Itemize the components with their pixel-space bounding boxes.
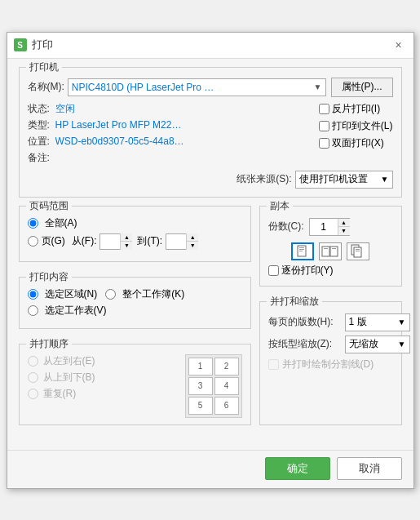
reverse-print-label: 反片打印(I) [332,102,380,116]
to-spinbox: ▲ ▼ [166,233,197,250]
paper-source-select[interactable]: 使用打印机设置 ▼ [295,171,393,189]
close-button[interactable]: × [391,37,407,53]
page-range-section: 页码范围 全部(A) 页(G) 从(F): ▲ ▼ [19,206,251,262]
merge-scale-title: 并打和缩放 [267,295,322,309]
all-pages-label: 全部(A) [45,216,77,230]
duplex-row: 双面打印(X) [319,136,393,150]
page-range-title: 页码范围 [26,199,72,213]
collate-label: 逐份打印(Y) [281,264,334,278]
sheet-radio[interactable] [28,305,38,316]
to-spin-up[interactable]: ▲ [187,233,198,242]
copies-spin-down[interactable]: ▼ [338,227,350,235]
page-radio[interactable] [28,236,38,247]
status-value: 空闲 [55,102,75,116]
selection-radio[interactable] [28,289,38,300]
top-to-bottom-label: 从上到下(B) [43,371,95,384]
status-label: 状态: [28,102,52,116]
left-to-right-row: 从左到右(E) [28,354,179,368]
lower-section: 页码范围 全部(A) 页(G) 从(F): ▲ ▼ [19,206,402,433]
duplex-checkbox[interactable] [319,138,329,149]
pages-per-sheet-label: 每页的版数(H): [268,315,342,329]
status-row: 状态: 空闲 [28,102,311,116]
copies-spinbox: ▲ ▼ [309,218,350,236]
to-spin-down[interactable]: ▼ [187,242,198,250]
collate-checkbox[interactable] [268,265,279,276]
svg-rect-10 [356,249,360,250]
printer-section: 打印机 名称(M): NPIC4810D (HP LaserJet Pro MF… [19,67,402,198]
draw-borders-label: 并打时绘制分割线(D) [282,358,374,371]
paper-source-label: 纸张来源(S): [237,172,291,186]
print-to-file-checkbox[interactable] [319,121,329,131]
scale-to-paper-select[interactable]: 无缩放 ▼ [345,336,410,353]
pages-per-sheet-arrow-icon: ▼ [398,318,406,327]
app-icon: S [14,38,27,51]
cancel-button[interactable]: 取消 [337,457,402,480]
svg-rect-1 [299,247,304,248]
merge-order-title: 并打顺序 [26,337,72,351]
scale-to-paper-arrow-icon: ▼ [398,340,406,349]
scale-to-paper-label: 按纸型缩放(Z): [268,337,342,351]
svg-rect-4 [322,247,329,256]
location-label: 位置: [28,135,52,149]
from-spin-up[interactable]: ▲ [121,233,132,242]
pages-per-sheet-row: 每页的版数(H): 1 版 ▼ [268,313,393,331]
svg-rect-9 [354,247,361,257]
svg-rect-5 [330,247,338,256]
from-label: 从(F): [72,234,97,248]
dialog-title: 打印 [32,38,53,52]
collation-icon-2[interactable] [319,242,342,260]
collation-icons-row [268,242,393,260]
svg-rect-2 [299,249,304,250]
location-row: 位置: WSD-eb0d9307-05c5-44a8-9b8c-1 [28,135,311,149]
top-to-bottom-radio[interactable] [28,372,38,383]
from-spin-down[interactable]: ▼ [121,242,132,250]
ok-button[interactable]: 确定 [265,457,330,480]
selection-row: 选定区域(N) [28,287,98,301]
printer-name-select[interactable]: NPIC4810D (HP LaserJet Pro MFI ▼ [68,78,326,96]
printer-section-title: 打印机 [26,60,62,74]
grid-cell-4: 4 [214,377,239,395]
svg-rect-3 [299,251,303,251]
pages-per-sheet-select[interactable]: 1 版 ▼ [345,313,410,331]
print-to-file-row: 打印到文件(L) [319,119,393,133]
type-value: HP LaserJet Pro MFP M225-M226 P [55,119,186,131]
collation-icon-1[interactable] [291,242,314,260]
grid-cell-1: 1 [188,358,213,376]
print-to-file-label: 打印到文件(L) [332,119,393,133]
remarks-row: 备注: [28,151,311,165]
right-column: 副本 份数(C): ▲ ▼ [259,206,402,433]
dialog-body: 打印机 名称(M): NPIC4810D (HP LaserJet Pro MF… [7,59,413,450]
printer-name-label: 名称(M): [28,80,64,94]
to-label: 到(T): [137,234,162,248]
to-input[interactable] [166,234,186,249]
copies-input[interactable] [310,219,338,235]
paper-source-row: 纸张来源(S): 使用打印机设置 ▼ [28,171,393,189]
copies-label: 份数(C): [268,220,304,233]
repeat-radio[interactable] [28,389,38,399]
grid-cell-5: 5 [188,397,213,415]
grid-cell-3: 3 [188,377,213,395]
merge-order-grid: 1 2 3 4 5 6 [185,354,242,418]
from-input[interactable] [100,234,120,249]
page-label: 页(G) [42,234,65,248]
copies-section: 副本 份数(C): ▲ ▼ [259,206,402,287]
pages-per-sheet-value: 1 版 [349,315,367,329]
reverse-print-checkbox[interactable] [319,104,329,114]
left-to-right-radio[interactable] [28,356,38,367]
copies-spin-up[interactable]: ▲ [338,219,350,227]
page-range-row: 页(G) 从(F): ▲ ▼ 到(T): [28,233,242,250]
all-pages-radio[interactable] [28,218,38,229]
location-value: WSD-eb0d9307-05c5-44a8-9b8c-1 [55,136,186,147]
workbook-radio[interactable] [105,289,116,300]
scale-to-paper-value: 无缩放 [349,337,378,351]
svg-rect-6 [324,248,328,249]
printer-name-value: NPIC4810D (HP LaserJet Pro MFI [72,82,219,93]
sheet-row: 选定工作表(V) [28,304,242,318]
properties-button[interactable]: 属性(P)... [331,78,393,97]
draw-borders-checkbox[interactable] [268,359,279,370]
reverse-print-row: 反片打印(I) [319,102,393,116]
merge-scale-section: 并打和缩放 每页的版数(H): 1 版 ▼ 按纸型缩放(Z): [259,301,402,425]
collation-icon-3[interactable] [347,242,369,260]
paper-source-arrow-icon: ▼ [381,175,389,184]
all-pages-row: 全部(A) [28,216,242,230]
